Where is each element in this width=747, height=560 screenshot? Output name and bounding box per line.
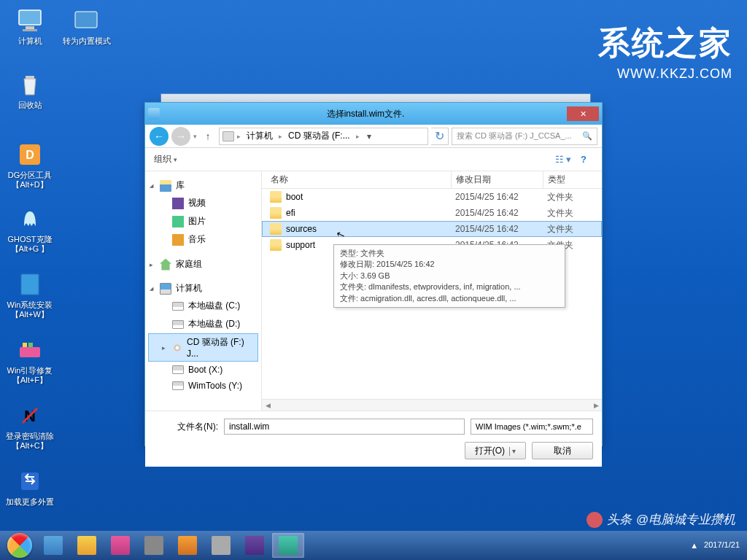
system-tray[interactable]: ▲ 2017/1/21 xyxy=(690,540,744,550)
desktop-icon-pwclear[interactable]: N 登录密码清除 【Alt+C】 xyxy=(4,401,55,451)
drive-icon xyxy=(172,365,184,374)
desktop-icon-recycle[interactable]: 回收站 xyxy=(4,70,55,110)
svg-rect-10 xyxy=(23,343,27,347)
sidebar-label: Boot (X:) xyxy=(188,365,222,375)
breadcrumb-seg-drive[interactable]: CD 驱动器 (F:... xyxy=(285,128,353,144)
file-row[interactable]: sources2015/4/25 16:42文件夹 xyxy=(262,221,602,237)
back-button[interactable]: ← xyxy=(150,127,169,146)
sidebar-label: 本地磁盘 (C:) xyxy=(188,300,240,312)
taskbar-item[interactable] xyxy=(205,533,237,558)
column-name[interactable]: 名称 xyxy=(262,171,452,188)
open-button[interactable]: 打开(O) xyxy=(465,442,526,459)
cancel-button[interactable]: 取消 xyxy=(532,442,593,459)
horizontal-scrollbar[interactable]: ◀ ▶ xyxy=(262,399,602,411)
sidebar-item-pictures[interactable]: 图片 xyxy=(148,212,258,230)
desktop-icon-ghost[interactable]: GHOST克隆 【Alt+G 】 xyxy=(4,204,55,254)
taskbar-item[interactable] xyxy=(71,533,103,558)
desktop-icon-convert[interactable]: 转为内置模式 xyxy=(61,6,112,46)
sidebar: 库 视频 图片 音乐 家庭组 计算机 本地磁盘 (C:) 本地磁盘 (D:) xyxy=(145,171,262,411)
desktop-icon-loadmore[interactable]: 加载更多外置 xyxy=(4,467,55,507)
taskbar-item[interactable] xyxy=(171,533,204,558)
titlebar[interactable]: 选择install.wim文件. ✕ xyxy=(145,103,602,125)
sidebar-group-homegroup[interactable]: 家庭组 xyxy=(148,256,258,273)
organize-button[interactable]: 组织 xyxy=(154,153,177,166)
history-dropdown-icon[interactable]: ▾ xyxy=(193,133,197,140)
file-row[interactable]: efi2015/4/25 16:42文件夹 xyxy=(262,205,602,221)
taskbar-item[interactable] xyxy=(104,533,136,558)
desktop-icon-dg[interactable]: D DG分区工具 【Alt+D】 xyxy=(4,140,55,190)
sidebar-item-drive-f[interactable]: CD 驱动器 (F:) J... xyxy=(148,333,258,362)
dialog-body: 库 视频 图片 音乐 家庭组 计算机 本地磁盘 (C:) 本地磁盘 (D:) xyxy=(145,171,602,411)
desktop-icon-label: DG分区工具 【Alt+D】 xyxy=(4,171,55,190)
up-button[interactable]: ↑ xyxy=(200,128,216,144)
sidebar-item-music[interactable]: 音乐 xyxy=(148,230,258,249)
watermark: 系统之家 WWW.KKZJ.COM xyxy=(598,22,732,82)
file-row[interactable]: boot2015/4/25 16:42文件夹 xyxy=(262,189,602,205)
help-button[interactable]: ? xyxy=(574,152,593,168)
desktop-icon-label: GHOST克隆 【Alt+G 】 xyxy=(4,235,55,254)
sidebar-item-video[interactable]: 视频 xyxy=(148,194,258,212)
app-icon xyxy=(212,536,231,555)
taskbar-item[interactable] xyxy=(239,533,271,558)
sidebar-group-computer[interactable]: 计算机 xyxy=(148,280,258,297)
file-date: 2015/4/25 16:42 xyxy=(451,192,543,202)
start-button[interactable] xyxy=(3,532,36,559)
chevron-right-icon[interactable]: ▸ xyxy=(356,133,360,140)
toolbar: 组织 ☷ ▾ ? xyxy=(145,148,602,171)
watermark-title: 系统之家 xyxy=(598,22,732,65)
library-icon xyxy=(160,180,171,192)
scroll-left-icon[interactable]: ◀ xyxy=(262,400,274,411)
scroll-track[interactable] xyxy=(274,400,590,411)
desktop-icon-winboot[interactable]: Win引导修复 【Alt+F】 xyxy=(4,335,55,385)
breadcrumb[interactable]: ▸ 计算机 ▸ CD 驱动器 (F:... ▸ ▾ xyxy=(219,128,428,145)
chevron-right-icon[interactable]: ▸ xyxy=(279,133,282,140)
svg-rect-7 xyxy=(21,274,39,295)
close-button[interactable]: ✕ xyxy=(567,106,599,121)
folder-icon xyxy=(270,207,282,219)
sidebar-group-libraries[interactable]: 库 xyxy=(148,177,258,194)
svg-rect-1 xyxy=(26,26,34,29)
desktop-icon-computer[interactable]: 计算机 xyxy=(4,6,55,46)
svg-rect-2 xyxy=(23,29,37,31)
desktop-icon-label: 登录密码清除 【Alt+C】 xyxy=(4,432,55,451)
app-icon xyxy=(44,536,63,555)
taskbar-item[interactable] xyxy=(37,533,69,558)
file-type: 文件夹 xyxy=(543,207,587,219)
view-options-button[interactable]: ☷ ▾ xyxy=(554,152,573,168)
window-icon xyxy=(148,108,160,120)
search-icon[interactable]: 🔍 xyxy=(582,131,592,141)
sidebar-label: 库 xyxy=(176,179,185,192)
tray-date[interactable]: 2017/1/21 xyxy=(704,540,740,550)
refresh-button[interactable]: ↻ xyxy=(431,128,449,145)
filename-input[interactable] xyxy=(224,419,465,435)
column-date[interactable]: 修改日期 xyxy=(452,171,543,188)
breadcrumb-seg-computer[interactable]: 计算机 xyxy=(244,128,276,144)
music-icon xyxy=(172,234,184,246)
svg-rect-0 xyxy=(19,10,41,25)
chevron-right-icon[interactable]: ▸ xyxy=(237,133,241,140)
file-type: 文件夹 xyxy=(543,191,587,203)
avatar-icon xyxy=(587,512,603,528)
filetype-filter[interactable]: WIM Images (*.wim;*.swm;*.e xyxy=(471,419,593,435)
computer-icon xyxy=(160,283,171,295)
sidebar-item-drive-x[interactable]: Boot (X:) xyxy=(148,362,258,378)
sidebar-label: 家庭组 xyxy=(176,258,202,271)
folder-icon xyxy=(270,223,282,235)
desktop-icon-wininst[interactable]: Win系统安装 【Alt+W】 xyxy=(4,270,55,319)
app-icon xyxy=(245,536,264,555)
column-type[interactable]: 类型 xyxy=(543,171,587,188)
sidebar-label: 计算机 xyxy=(176,282,202,295)
sidebar-item-drive-d[interactable]: 本地磁盘 (D:) xyxy=(148,315,258,333)
tray-icon[interactable]: ▲ xyxy=(690,541,698,550)
search-placeholder: 搜索 CD 驱动器 (F:) J_CCSA_... xyxy=(457,131,572,141)
sidebar-item-drive-y[interactable]: WimTools (Y:) xyxy=(148,378,258,394)
app-icon xyxy=(279,536,298,555)
scroll-right-icon[interactable]: ▶ xyxy=(590,400,602,411)
forward-button[interactable]: → xyxy=(171,127,190,146)
taskbar-item[interactable] xyxy=(138,533,170,558)
sidebar-item-drive-c[interactable]: 本地磁盘 (C:) xyxy=(148,297,258,315)
taskbar-item-active[interactable] xyxy=(272,533,304,558)
breadcrumb-dropdown[interactable]: ▾ xyxy=(363,131,376,141)
svg-rect-9 xyxy=(20,347,40,357)
search-input[interactable]: 搜索 CD 驱动器 (F:) J_CCSA_... 🔍 xyxy=(452,128,597,145)
